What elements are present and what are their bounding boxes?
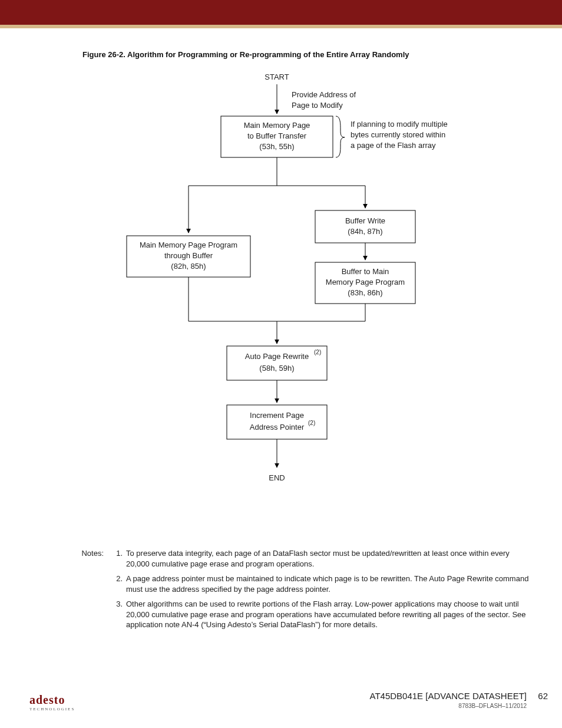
- logo-sub: TECHNOLOGIES: [29, 707, 75, 711]
- box-transfer-l1: Main Memory Page: [244, 121, 310, 130]
- flowchart: START Provide Address of Page to Modify …: [82, 68, 507, 539]
- box-program-l3: (82h, 85h): [171, 262, 206, 271]
- box-bufwrite-l2: (84h, 87h): [348, 227, 382, 236]
- box-auto-rewrite: [227, 346, 327, 380]
- side-note-l2: bytes currently stored within: [351, 130, 445, 139]
- figure-label: Figure 26-2.: [82, 50, 125, 59]
- figure-title: Algorithm for Programming or Re-programm…: [127, 50, 409, 59]
- page-number: 62: [538, 691, 548, 701]
- brand-logo: adesto TECHNOLOGIES: [29, 693, 75, 711]
- box-buf2main-l3: (83h, 86h): [348, 288, 382, 297]
- box-autorewrite-sup: (2): [314, 349, 321, 355]
- logo-main: adesto: [29, 693, 65, 706]
- box-program-l2: through Buffer: [164, 251, 213, 260]
- end-label: END: [269, 473, 285, 482]
- provide-address-l1: Provide Address of: [292, 90, 356, 99]
- box-bufwrite-l1: Buffer Write: [345, 216, 385, 225]
- note-text-2: A page address pointer must be maintaine…: [126, 574, 529, 594]
- notes-heading: Notes:: [70, 548, 110, 569]
- notes-section: Notes: 1. To preserve data integrity, ea…: [70, 548, 529, 635]
- box-buf2main-l1: Buffer to Main: [342, 267, 389, 276]
- note-text-1: To preserve data integrity, each page of…: [126, 548, 529, 569]
- box-program-l1: Main Memory Page Program: [140, 241, 237, 249]
- box-incr-l1: Increment Page: [250, 411, 304, 420]
- side-note-l1: If planning to modify multiple: [351, 120, 448, 129]
- figure-caption: Figure 26-2. Algorithm for Programming o…: [82, 50, 409, 59]
- box-transfer-l2: to Buffer Transfer: [247, 131, 307, 140]
- header-stripe: [0, 25, 562, 28]
- header-bar: [0, 0, 562, 25]
- provide-address-l2: Page to Modify: [292, 101, 343, 110]
- side-note-l3: a page of the Flash array: [351, 141, 436, 150]
- doc-meta: 8783B–DFLASH–11/2012: [458, 703, 527, 709]
- box-incr-l2: Address Pointer: [250, 423, 305, 431]
- note-num-2: 2.: [110, 574, 126, 594]
- box-buf2main-l2: Memory Page Program: [326, 278, 405, 286]
- box-transfer-l3: (53h, 55h): [259, 142, 294, 151]
- brace-icon: [336, 116, 345, 157]
- doc-title: AT45DB041E [ADVANCE DATASHEET]: [370, 691, 527, 701]
- start-label: START: [265, 73, 289, 81]
- note-text-3: Other algorithms can be used to rewrite …: [126, 599, 529, 630]
- box-incr-sup: (2): [308, 420, 315, 426]
- box-autorewrite-l2: (58h, 59h): [259, 364, 294, 373]
- note-num-3: 3.: [110, 599, 126, 630]
- note-num-1: 1.: [110, 548, 126, 569]
- box-autorewrite-l1: Auto Page Rewrite: [245, 352, 309, 361]
